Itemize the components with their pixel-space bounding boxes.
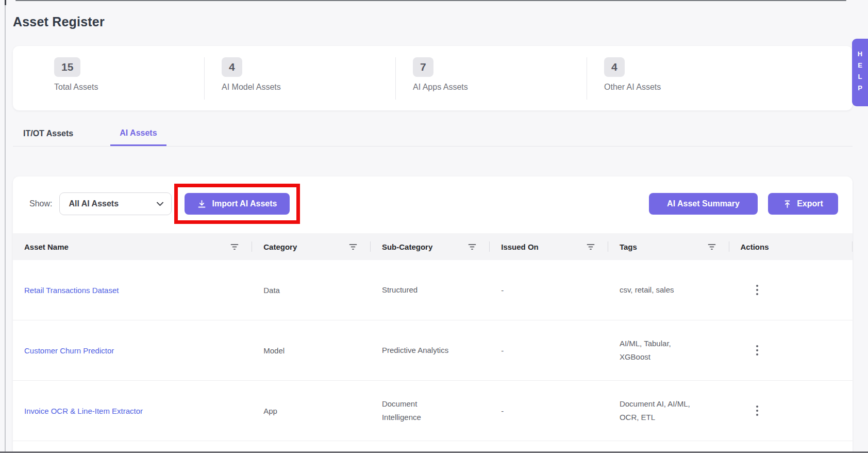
import-ai-assets-button[interactable]: Import AI Assets	[185, 193, 290, 215]
column-header-asset-name-label: Asset Name	[24, 242, 69, 251]
cell-asset-name: Customer Churn Predictor	[13, 320, 252, 380]
stat-ai-apps-assets-value: 7	[413, 57, 433, 77]
window-frame-corner-tick	[5, 0, 6, 5]
cell-asset-name: Invoice OCR & Line-Item Extractor	[13, 381, 252, 441]
asset-name-link[interactable]: Retail Transactions Dataset	[24, 286, 119, 295]
cell-category: Model	[252, 320, 371, 380]
table-header-row: Asset Name Category Sub-Category	[13, 233, 853, 260]
help-side-tab[interactable]: HELP	[852, 39, 868, 106]
chevron-down-icon	[156, 201, 164, 206]
stat-total-assets-label: Total Assets	[54, 83, 204, 92]
stat-ai-apps-assets-label: AI Apps Assets	[413, 83, 587, 92]
asset-name-link[interactable]: Customer Churn Predictor	[24, 346, 114, 355]
cell-tags: Document AI, AI/ML, OCR, ETL	[608, 381, 729, 441]
cell-asset-name: Retail Transactions Dataset	[13, 260, 252, 320]
column-header-tags-label: Tags	[620, 242, 637, 251]
column-header-issued-on: Issued On	[490, 233, 608, 260]
sub-category-text: Structured	[382, 283, 418, 297]
stats-summary-card: 15 Total Assets 4 AI Model Assets 7 AI A…	[13, 46, 853, 110]
asset-filter-dropdown[interactable]: All AI Assets	[59, 192, 172, 215]
stat-total-assets-value: 15	[54, 57, 80, 77]
cell-sub-category: Structured	[371, 260, 490, 320]
red-annotation-highlight: Import AI Assets	[174, 184, 300, 224]
column-header-issued-on-label: Issued On	[501, 242, 539, 251]
sub-category-text: Document Intelligence	[382, 397, 457, 425]
filter-icon[interactable]	[587, 243, 595, 250]
cell-actions	[729, 320, 853, 380]
column-header-category-label: Category	[263, 242, 297, 251]
cell-category: Data	[252, 260, 371, 320]
window-frame-left-line	[5, 0, 6, 453]
stat-ai-apps-assets: 7 AI Apps Assets	[395, 57, 587, 100]
cell-category: App	[252, 381, 371, 441]
sub-category-text: Predictive Analytics	[382, 344, 448, 357]
page-title: Asset Register	[13, 14, 853, 29]
cell-issued-on: -	[490, 381, 608, 441]
column-header-tags: Tags	[608, 233, 729, 260]
ai-asset-summary-button[interactable]: AI Asset Summary	[649, 193, 758, 215]
cell-actions	[729, 381, 853, 441]
download-icon	[197, 200, 206, 208]
cell-tags: csv, retail, sales	[608, 260, 729, 320]
row-actions-menu-icon[interactable]	[753, 342, 761, 359]
filter-icon[interactable]	[708, 243, 716, 250]
ai-assets-panel: Show: All AI Assets Import AI Assets	[13, 176, 853, 453]
row-actions-menu-icon[interactable]	[753, 402, 761, 419]
cell-actions	[729, 260, 853, 320]
export-button[interactable]: Export	[768, 193, 838, 215]
help-side-tab-label: HELP	[856, 50, 864, 95]
export-label: Export	[797, 199, 823, 208]
import-ai-assets-label: Import AI Assets	[212, 199, 277, 208]
filter-icon[interactable]	[349, 243, 357, 250]
column-header-sub-category-label: Sub-Category	[382, 242, 432, 251]
asset-name-link[interactable]: Invoice OCR & Line-Item Extractor	[24, 407, 143, 415]
tab-it-ot-assets[interactable]: IT/OT Assets	[23, 129, 73, 146]
tags-text: csv, retail, sales	[620, 283, 674, 297]
stat-other-ai-assets: 4 Other AI Assets	[587, 57, 853, 100]
column-header-category: Category	[252, 233, 371, 260]
ai-assets-table: Asset Name Category Sub-Category	[13, 233, 853, 441]
asset-type-tabs: IT/OT Assets AI Assets	[13, 127, 853, 147]
column-header-sub-category: Sub-Category	[371, 233, 490, 260]
asset-filter-selected-value: All AI Assets	[69, 199, 156, 208]
column-header-asset-name: Asset Name	[13, 233, 252, 260]
table-toolbar: Show: All AI Assets Import AI Assets	[13, 176, 853, 224]
stat-other-ai-assets-value: 4	[604, 57, 625, 77]
column-header-actions-label: Actions	[741, 242, 769, 251]
cell-sub-category: Document Intelligence	[371, 381, 490, 441]
ai-asset-summary-label: AI Asset Summary	[667, 199, 740, 208]
tab-ai-assets[interactable]: AI Assets	[110, 128, 166, 146]
table-row: Invoice OCR & Line-Item Extractor App Do…	[13, 381, 853, 441]
stat-total-assets: 15 Total Assets	[13, 57, 204, 100]
cell-issued-on: -	[490, 260, 608, 320]
cell-sub-category: Predictive Analytics	[371, 320, 490, 380]
asset-register-page: Asset Register 15 Total Assets 4 AI Mode…	[13, 0, 853, 453]
stat-ai-model-assets-value: 4	[222, 57, 242, 77]
cell-tags: AI/ML, Tabular, XGBoost	[608, 320, 729, 380]
stat-other-ai-assets-label: Other AI Assets	[604, 83, 853, 92]
filter-icon[interactable]	[468, 243, 476, 250]
column-header-actions: Actions	[729, 233, 853, 260]
row-actions-menu-icon[interactable]	[753, 282, 761, 298]
tags-text: AI/ML, Tabular, XGBoost	[620, 337, 697, 364]
upload-icon	[783, 200, 792, 208]
table-row: Customer Churn Predictor Model Predictiv…	[13, 320, 853, 381]
column-divider	[852, 241, 853, 252]
tags-text: Document AI, AI/ML, OCR, ETL	[620, 397, 697, 425]
cell-issued-on: -	[490, 320, 608, 380]
table-row: Retail Transactions Dataset Data Structu…	[13, 260, 853, 320]
show-filter-label: Show:	[29, 199, 52, 208]
stat-ai-model-assets: 4 AI Model Assets	[204, 57, 395, 100]
stat-ai-model-assets-label: AI Model Assets	[222, 83, 395, 92]
filter-icon[interactable]	[230, 243, 239, 250]
toolbar-right-group: AI Asset Summary Export	[649, 193, 838, 215]
